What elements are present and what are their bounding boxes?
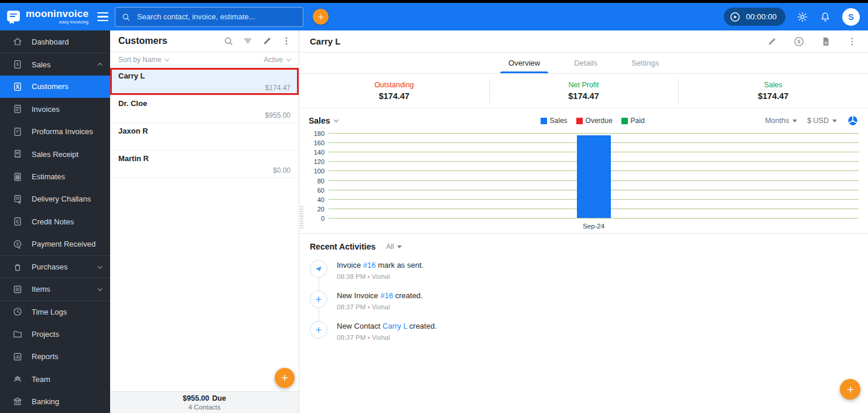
edit-customer-button[interactable] bbox=[767, 36, 777, 47]
play-icon bbox=[729, 11, 741, 23]
filter-icon bbox=[242, 36, 253, 46]
chart-metric-dropdown[interactable]: Sales bbox=[309, 116, 420, 125]
projects-icon bbox=[12, 329, 23, 339]
sidebar-item-banking[interactable]: Banking bbox=[0, 390, 110, 412]
y-axis-tick: 20 bbox=[309, 206, 324, 213]
status-filter-dropdown[interactable]: Active bbox=[264, 56, 291, 64]
user-avatar[interactable]: S bbox=[842, 8, 860, 26]
stat-outstanding: Outstanding$174.47 bbox=[299, 81, 489, 101]
currency-label: $ USD bbox=[807, 117, 829, 125]
customers-edit-button[interactable] bbox=[262, 36, 272, 46]
search-input[interactable] bbox=[136, 12, 297, 22]
currency-dropdown[interactable]: $ USD bbox=[807, 117, 837, 125]
legend-swatch bbox=[576, 118, 583, 124]
activity-text: New Contact Carry L created. bbox=[337, 322, 437, 332]
sidebar-item-sales[interactable]: $Sales bbox=[0, 53, 110, 75]
global-search[interactable] bbox=[115, 7, 303, 27]
sort-by-dropdown[interactable]: Sort by Name bbox=[118, 56, 169, 64]
sidebar-item-reports[interactable]: Reports bbox=[0, 345, 110, 367]
customer-amount: $955.00 bbox=[265, 111, 291, 120]
sidebar-item-customers[interactable]: Customers bbox=[0, 76, 110, 98]
activity-link[interactable]: #16 bbox=[380, 291, 393, 300]
total-due: $955.00Due bbox=[183, 394, 226, 402]
chart-header: Sales SalesOverduePaid Months $ USD bbox=[309, 113, 859, 128]
estimates-icon bbox=[12, 172, 23, 182]
notifications-button[interactable] bbox=[819, 11, 831, 23]
menu-toggle-button[interactable] bbox=[93, 8, 112, 26]
sidebar-item-team[interactable]: Team bbox=[0, 368, 110, 390]
activity-link[interactable]: Carry L bbox=[382, 322, 407, 330]
sidebar-item-delivery-challans[interactable]: Delivery Challans bbox=[0, 188, 110, 210]
stats-row: Outstanding$174.47Net Profit$174.47Sales… bbox=[299, 74, 868, 108]
brand-logo[interactable]: mooninvoice easy invoicing bbox=[6, 9, 93, 25]
customer-detail-panel: Carry L $ OverviewDetailsSettings Outsta… bbox=[299, 30, 868, 413]
customers-search-button[interactable] bbox=[223, 36, 234, 46]
tab-settings[interactable]: Settings bbox=[628, 53, 662, 73]
customers-more-button[interactable] bbox=[281, 36, 292, 46]
purchases-icon bbox=[12, 262, 23, 272]
timer-widget[interactable]: 00:00:00 bbox=[724, 8, 785, 26]
svg-text:$: $ bbox=[16, 242, 19, 247]
sidebar-item-label: Delivery Challans bbox=[32, 194, 91, 203]
payment-button[interactable]: $ bbox=[793, 36, 805, 47]
pie-chart-toggle-button[interactable] bbox=[847, 115, 859, 127]
sidebar-item-items[interactable]: Items bbox=[0, 278, 110, 300]
sidebar-item-time-logs[interactable]: Time Logs bbox=[0, 301, 110, 323]
dashboard-icon bbox=[12, 36, 23, 47]
sidebar-item-payment-received[interactable]: $Payment Received bbox=[0, 233, 110, 255]
delivery-challans-icon bbox=[12, 194, 23, 204]
caret-down-icon bbox=[832, 120, 837, 122]
settings-button[interactable] bbox=[797, 11, 808, 23]
reports-icon bbox=[12, 351, 23, 362]
scrollbar-thumb[interactable] bbox=[300, 206, 303, 230]
sidebar-item-sales-receipt[interactable]: Sales Receipt bbox=[0, 143, 110, 165]
customer-amount: $0.00 bbox=[273, 166, 291, 175]
customer-row-martin-r[interactable]: Martin R$0.00 bbox=[110, 151, 299, 178]
sidebar-item-projects[interactable]: Projects bbox=[0, 323, 110, 345]
chart-legend: SalesOverduePaid bbox=[420, 117, 765, 125]
caret-down-icon bbox=[397, 245, 402, 248]
sidebar-item-dashboard[interactable]: Dashboard bbox=[0, 30, 110, 53]
period-dropdown[interactable]: Months bbox=[765, 117, 797, 125]
y-axis-tick: 140 bbox=[309, 149, 324, 156]
y-axis-tick: 0 bbox=[309, 215, 324, 222]
more-options-button[interactable] bbox=[847, 36, 857, 47]
stat-label: Sales bbox=[764, 81, 782, 89]
bell-icon bbox=[819, 11, 831, 23]
sidebar-item-purchases[interactable]: Purchases bbox=[0, 255, 110, 278]
tab-overview[interactable]: Overview bbox=[505, 53, 544, 73]
activities-filter-dropdown[interactable]: All bbox=[386, 243, 401, 251]
statement-button[interactable] bbox=[821, 36, 831, 47]
recent-activities-section: Recent Activities All Invoice #16 mark a… bbox=[299, 234, 868, 360]
legend-swatch bbox=[541, 118, 547, 124]
new-transaction-button[interactable] bbox=[840, 379, 860, 400]
tab-details[interactable]: Details bbox=[570, 53, 601, 73]
customer-row-jaxon-r[interactable]: Jaxon R bbox=[110, 123, 299, 151]
sidebar-item-estimates[interactable]: Estimates bbox=[0, 165, 110, 187]
legend-label: Overdue bbox=[586, 117, 613, 125]
chart-section: Sales SalesOverduePaid Months $ USD bbox=[299, 108, 868, 233]
bar-sales[interactable] bbox=[577, 135, 611, 218]
chevron-up-icon bbox=[98, 63, 102, 67]
stat-value: $174.47 bbox=[379, 91, 409, 101]
sidebar-item-invoices[interactable]: Invoices bbox=[0, 98, 110, 120]
activity-link[interactable]: #16 bbox=[363, 261, 376, 269]
plus-icon bbox=[317, 13, 325, 21]
customer-row-dr-cloe[interactable]: Dr. Cloe$955.00 bbox=[110, 95, 299, 123]
customer-name: Jaxon R bbox=[118, 127, 291, 135]
document-icon bbox=[821, 36, 831, 47]
y-axis-tick: 120 bbox=[309, 158, 324, 165]
quick-add-button[interactable] bbox=[313, 9, 329, 25]
items-icon bbox=[12, 284, 23, 295]
svg-text:$: $ bbox=[798, 39, 801, 45]
customer-row-carry-l[interactable]: Carry L$174.47 bbox=[110, 68, 299, 95]
add-customer-button[interactable] bbox=[275, 368, 295, 388]
sort-by-label: Sort by Name bbox=[118, 56, 161, 64]
customers-panel-title: Customers bbox=[118, 36, 223, 46]
sidebar-item-label: Reports bbox=[32, 352, 59, 361]
sidebar-item-credit-notes[interactable]: Credit Notes bbox=[0, 210, 110, 233]
activity-item: Invoice #16 mark as sent.08:38 PM • Vish… bbox=[310, 260, 857, 291]
customers-filter-button[interactable] bbox=[242, 36, 253, 46]
activity-plus-icon bbox=[310, 291, 327, 308]
sidebar-item-proforma-invoices[interactable]: PProforma Invoices bbox=[0, 121, 110, 143]
